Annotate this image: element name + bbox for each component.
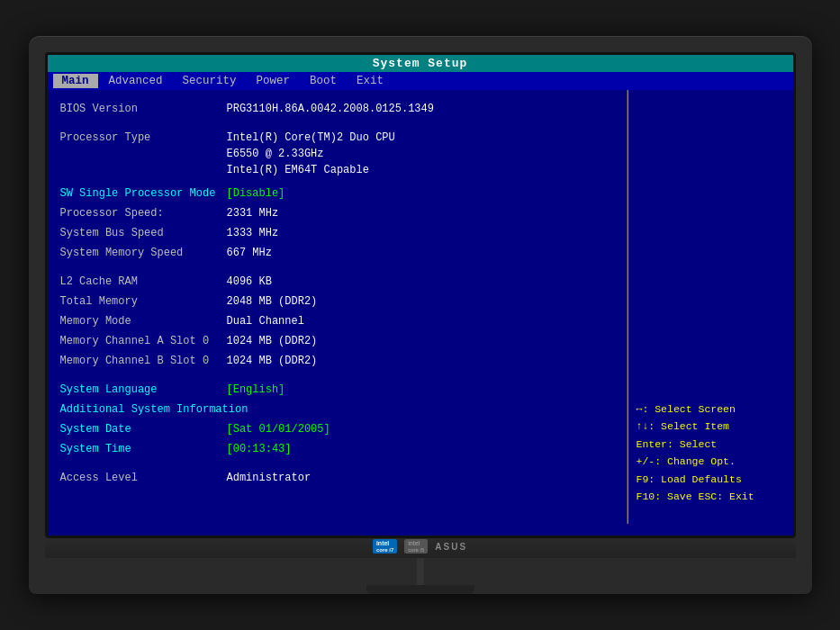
stand-base [366,585,474,594]
menu-item-exit[interactable]: Exit [348,74,393,88]
help-line-2: ↑↓: Select Item [637,418,784,436]
memory-mode-row: Memory Mode Dual Channel [60,313,614,329]
sw-single-label: SW Single Processor Mode [60,185,227,202]
intel-badge-1: intelcore i7 [373,539,397,554]
system-language-label: System Language [60,382,227,398]
menu-item-advanced[interactable]: Advanced [100,74,172,88]
title-bar: System Setup [48,55,793,72]
system-language-row: System Language [English] [60,382,614,398]
memory-ch-b-label: Memory Channel B Slot 0 [60,353,227,369]
menu-item-security[interactable]: Security [174,74,246,88]
system-bus-label: System Bus Speed [60,225,227,241]
sw-single-value: [Disable] [227,185,285,202]
bios-screen: System Setup Main Advanced Security Powe… [48,55,793,536]
system-date-label: System Date [60,421,227,437]
additional-info-row: Additional System Information [60,401,614,418]
processor-type-label: Processor Type [60,130,227,178]
memory-ch-b-row: Memory Channel B Slot 0 1024 MB (DDR2) [60,353,614,369]
help-line-3: Enter: Select [637,436,784,454]
processor-speed-label: Processor Speed: [60,205,227,221]
memory-mode-label: Memory Mode [60,313,227,329]
total-memory-row: Total Memory 2048 MB (DDR2) [60,293,614,310]
system-date-row: System Date [Sat 01/01/2005] [60,421,614,437]
brand-logo: ASUS [435,542,467,552]
processor-type-row: Processor Type Intel(R) Core(TM)2 Duo CP… [60,130,614,178]
l2-cache-value: 4096 KB [227,274,272,290]
memory-ch-b-value: 1024 MB (DDR2) [227,353,318,369]
processor-type-value: Intel(R) Core(TM)2 Duo CPU E6550 @ 2.33G… [227,130,395,178]
total-memory-label: Total Memory [60,293,227,310]
access-level-label: Access Level [60,470,227,486]
help-line-1: ↔: Select Screen [637,400,784,418]
monitor-outer: System Setup Main Advanced Security Powe… [29,36,812,594]
system-time-row: System Time [00:13:43] [60,441,614,457]
system-memory-label: System Memory Speed [60,245,227,261]
system-language-value: [English] [227,382,285,398]
right-panel: ↔: Select Screen ↑↓: Select Item Enter: … [627,90,793,524]
sw-single-row: SW Single Processor Mode [Disable] [60,185,614,202]
processor-speed-value: 2331 MHz [227,205,279,221]
help-line-5: F9: Load Defaults [637,471,784,489]
additional-info-label: Additional System Information [60,401,248,418]
total-memory-value: 2048 MB (DDR2) [227,293,318,310]
memory-ch-a-value: 1024 MB (DDR2) [227,333,318,349]
menu-item-boot[interactable]: Boot [301,74,346,88]
system-memory-value: 667 MHz [227,245,272,261]
system-bus-row: System Bus Speed 1333 MHz [60,225,614,241]
processor-speed-row: Processor Speed: 2331 MHz [60,205,614,221]
bios-version-row: BIOS Version PRG3110H.86A.0042.2008.0125… [60,101,614,117]
access-level-row: Access Level Administrator [60,470,614,486]
l2-cache-row: L2 Cache RAM 4096 KB [60,274,614,290]
system-time-label: System Time [60,441,227,457]
menu-item-power[interactable]: Power [248,74,300,88]
system-date-value: [Sat 01/01/2005] [227,421,330,437]
help-line-4: +/-: Change Opt. [637,453,784,471]
memory-ch-a-row: Memory Channel A Slot 0 1024 MB (DDR2) [60,333,614,349]
menu-item-main[interactable]: Main [53,74,98,88]
menu-bar: Main Advanced Security Power Boot Exit [48,72,793,90]
help-line-6: F10: Save ESC: Exit [637,488,784,506]
bios-version-label: BIOS Version [60,101,227,117]
content-area: BIOS Version PRG3110H.86A.0042.2008.0125… [48,90,793,524]
monitor-stand-wrapper [366,558,474,594]
intel-badge-2: intelcore i5 [404,539,428,554]
system-memory-row: System Memory Speed 667 MHz [60,245,614,261]
memory-mode-value: Dual Channel [227,313,304,329]
l2-cache-label: L2 Cache RAM [60,274,227,290]
monitor-screen-border: System Setup Main Advanced Security Powe… [45,52,796,538]
main-panel: BIOS Version PRG3110H.86A.0042.2008.0125… [48,90,627,524]
access-level-value: Administrator [227,470,312,486]
system-time-value: [00:13:43] [227,441,292,457]
bios-version-value: PRG3110H.86A.0042.2008.0125.1349 [227,101,434,117]
system-bus-value: 1333 MHz [227,225,279,241]
memory-ch-a-label: Memory Channel A Slot 0 [60,333,227,349]
stand-neck [417,558,424,585]
monitor-bottom: intelcore i7 intelcore i5 ASUS [45,538,796,558]
